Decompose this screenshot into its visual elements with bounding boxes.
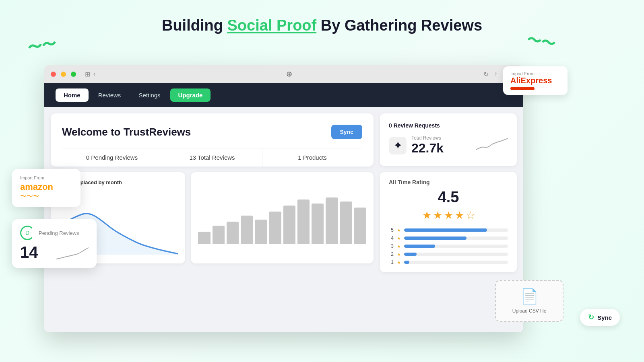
sync-float-label: Sync [597,314,612,321]
star-5: ☆ [466,209,475,222]
pending-sparkline [56,247,89,261]
total-reviews-star-icon: ✦ [389,137,407,154]
bar-chart-card [191,172,374,263]
csv-icon: 📄 [520,288,539,305]
dot-yellow[interactable] [61,72,66,77]
sidebar-toggle-icon[interactable]: ⊞ [85,70,90,78]
dot-green[interactable] [71,72,76,77]
back-icon[interactable]: ‹ [93,70,95,78]
star-3: ★ [444,209,453,222]
left-panel: Welcome to TrustReviews Sync 0 Pending R… [51,113,374,326]
all-time-rating-card: All Time Rating 4.5 ★ ★ ★ ★ ☆ 5 ★ [380,172,517,272]
address-icon: ⊕ [286,70,292,78]
stat-total-reviews: 13 Total Reviews [162,148,262,167]
pending-reviews-card: D Pending Reviews 14 [12,219,97,268]
import-amazon-card[interactable]: Import From amazon 〜〜〜 [12,169,80,207]
rating-bar-4: 4 ★ [389,235,508,241]
bar-11 [340,202,352,244]
welcome-card: Welcome to TrustReviews Sync 0 Pending R… [51,113,374,167]
aliexpress-bar [510,87,535,90]
pending-value: 14 [20,243,38,261]
app-body: Welcome to TrustReviews Sync 0 Pending R… [44,107,523,332]
star-4: ★ [455,209,464,222]
bar-6 [269,212,281,244]
review-requests-count: 0 Review Requests [389,122,440,129]
rating-bar-2: 2 ★ [389,251,508,257]
bar-9 [312,204,324,244]
browser-window: ⊞ ‹ ⊕ ↻ ↑ + ⧉ Home Reviews Settings Upgr… [44,65,523,332]
title-suffix: By Gathering Reviews [316,17,482,34]
sync-float-icon: ↻ [588,313,594,322]
bar-1 [198,232,210,244]
rating-bar-5: 5 ★ [389,227,508,233]
csv-upload-card[interactable]: 📄 Upload CSV file [495,280,564,322]
import-aliexpress-label: Import From [510,71,560,76]
bar-7 [283,206,295,244]
stat-pending: 0 Pending Reviews [62,148,162,167]
bar-10 [326,197,338,244]
bar-3 [227,222,239,244]
pending-label: Pending Reviews [39,230,79,236]
rating-bar-3: 3 ★ [389,243,508,249]
rating-value: 4.5 [389,189,508,206]
import-amazon-label: Import From [20,175,72,180]
csv-label: Upload CSV file [512,308,547,314]
reload-icon[interactable]: ↻ [483,70,489,78]
nav-reviews[interactable]: Reviews [90,88,129,102]
star-1: ★ [422,209,431,222]
nav-upgrade[interactable]: Upgrade [170,88,211,102]
nav-settings[interactable]: Settings [130,88,168,102]
stars-row: ★ ★ ★ ★ ☆ [389,209,508,222]
rating-bars: 5 ★ 4 ★ 3 ★ 2 [389,227,508,265]
total-reviews-label: Total Reviews [411,135,444,141]
amazon-logo: amazon [20,182,72,192]
bar-12 [354,208,366,244]
star-2: ★ [433,209,442,222]
bar-4 [241,216,253,244]
bar-2 [213,226,225,244]
welcome-title: Welcome to TrustReviews [62,126,191,138]
reviews-sparkline [476,138,508,153]
import-aliexpress-card[interactable]: Import From AliExpress [503,66,568,95]
app-nav: Home Reviews Settings Upgrade [44,83,523,107]
amazon-smile-icon: 〜〜〜 [20,192,72,201]
review-requests-card: 0 Review Requests ✦ Total Reviews 22.7k [380,113,517,166]
bar-8 [297,200,310,244]
stat-products: 1 Products [262,148,362,167]
bar-5 [255,220,267,244]
browser-titlebar: ⊞ ‹ ⊕ ↻ ↑ + ⧉ [44,65,523,83]
sync-button[interactable]: Sync [331,125,362,139]
nav-home[interactable]: Home [56,88,89,102]
total-reviews-value: 22.7k [411,141,444,156]
dot-red[interactable] [51,72,56,77]
stats-row: 0 Pending Reviews 13 Total Reviews 1 Pro… [62,148,362,167]
all-time-label: All Time Rating [389,179,508,185]
rating-bar-1: 1 ★ [389,259,508,265]
title-prefix: Building [162,17,227,34]
aliexpress-logo: AliExpress [510,76,560,85]
pending-icon: D [20,226,35,240]
sync-float-button[interactable]: ↻ Sync [580,309,620,326]
charts-row: Reviews placed by month [51,172,374,263]
title-highlight: Social Proof [227,17,317,34]
share-icon[interactable]: ↑ [494,70,497,78]
